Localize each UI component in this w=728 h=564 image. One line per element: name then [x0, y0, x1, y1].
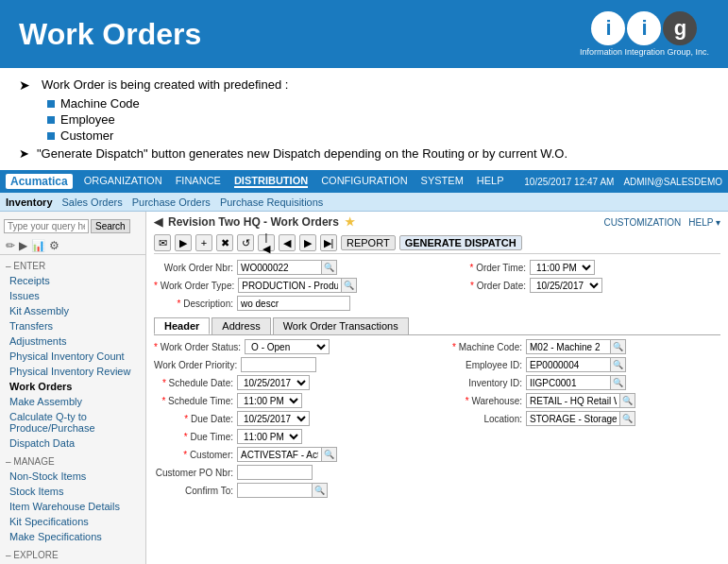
- customer-po-row: Customer PO Nbr:: [154, 465, 432, 480]
- nav-back-icon[interactable]: ◀: [154, 215, 162, 229]
- schedule-date-select[interactable]: 10/25/2017: [237, 375, 310, 390]
- sidebar-item-make-specs[interactable]: Make Specifications: [0, 529, 145, 544]
- sidebar-item-dispatch-data[interactable]: Dispatch Data: [0, 436, 145, 451]
- generate-dispatch-button[interactable]: GENERATE DISPATCH: [399, 235, 522, 250]
- work-order-type-input[interactable]: [238, 278, 342, 293]
- prev-button[interactable]: ◀: [279, 234, 296, 251]
- refresh-button[interactable]: ↺: [237, 234, 254, 251]
- location-input[interactable]: [526, 411, 620, 426]
- inventory-id-row: Inventory ID: 🔍: [443, 375, 720, 390]
- tab-purchase-orders[interactable]: Purchase Orders: [132, 197, 211, 208]
- tab-sales-orders[interactable]: Sales Orders: [62, 197, 123, 208]
- nav-system[interactable]: SYSTEM: [421, 175, 464, 188]
- bullet-sub-text-3: Customer: [60, 128, 113, 143]
- search-input[interactable]: [4, 219, 89, 233]
- work-order-type-input-group: 🔍: [238, 278, 357, 293]
- work-order-priority-row: Work Order Priority:: [154, 357, 432, 372]
- play-button[interactable]: ▶: [175, 234, 192, 251]
- bullet-sub-text-1: Machine Code: [60, 96, 140, 111]
- work-order-status-select[interactable]: O - Open: [245, 339, 330, 354]
- sidebar-item-work-orders[interactable]: Work Orders: [0, 379, 145, 394]
- favorite-icon[interactable]: ★: [345, 215, 355, 229]
- location-row: Location: 🔍: [443, 411, 720, 426]
- work-order-nbr-input[interactable]: [237, 260, 322, 275]
- report-button[interactable]: REPORT: [341, 235, 396, 250]
- sidebar-item-issues[interactable]: Issues: [0, 288, 145, 303]
- customer-po-input[interactable]: [237, 465, 313, 480]
- sidebar-item-stock[interactable]: Stock Items: [0, 484, 145, 499]
- sidebar-item-make-assembly[interactable]: Make Assembly: [0, 394, 145, 409]
- delete-button[interactable]: ✖: [216, 234, 233, 251]
- work-order-nbr-search-icon[interactable]: 🔍: [322, 260, 337, 275]
- add-button[interactable]: +: [195, 234, 212, 251]
- order-date-select[interactable]: 10/25/2017: [530, 278, 602, 293]
- schedule-date-row: Schedule Date: 10/25/2017: [154, 375, 432, 390]
- last-button[interactable]: ▶|: [320, 234, 337, 251]
- nav-distribution[interactable]: DISTRIBUTION: [234, 175, 308, 188]
- warehouse-input[interactable]: [526, 393, 620, 408]
- inventory-id-input[interactable]: [526, 375, 611, 390]
- section-manage-label: – MANAGE: [0, 454, 145, 469]
- due-time-select[interactable]: 11:00 PM: [237, 429, 302, 444]
- due-date-select[interactable]: 10/25/2017: [237, 411, 310, 426]
- customer-search-icon[interactable]: 🔍: [322, 447, 337, 462]
- work-order-priority-input[interactable]: [241, 357, 316, 372]
- gear-icon[interactable]: ⚙: [49, 239, 59, 252]
- inventory-id-search-icon[interactable]: 🔍: [611, 375, 626, 390]
- employee-id-input[interactable]: [526, 357, 611, 372]
- first-button[interactable]: |◀: [258, 234, 275, 251]
- tab-address[interactable]: Address: [212, 317, 270, 334]
- tab-work-order-transactions[interactable]: Work Order Transactions: [273, 317, 409, 334]
- play-icon[interactable]: ▶: [19, 239, 27, 252]
- tab-purchase-requisitions[interactable]: Purchase Requisitions: [220, 197, 323, 208]
- confirm-to-search-icon[interactable]: 🔍: [313, 483, 328, 498]
- customer-row: Customer: 🔍: [154, 447, 432, 462]
- warehouse-search-icon[interactable]: 🔍: [620, 393, 635, 408]
- schedule-time-label: Schedule Time:: [154, 396, 237, 406]
- sidebar-item-non-stock[interactable]: Non-Stock Items: [0, 469, 145, 484]
- machine-code-search-icon[interactable]: 🔍: [611, 339, 626, 354]
- location-search-icon[interactable]: 🔍: [620, 411, 635, 426]
- machine-code-input[interactable]: [526, 339, 611, 354]
- sidebar-item-warehouse-details[interactable]: Item Warehouse Details: [0, 499, 145, 514]
- sidebar-item-physical-count[interactable]: Physical Inventory Count: [0, 349, 145, 364]
- customization-link[interactable]: CUSTOMIZATION: [603, 217, 681, 228]
- sidebar-item-physical-review[interactable]: Physical Inventory Review: [0, 364, 145, 379]
- search-button[interactable]: Search: [91, 219, 130, 233]
- logo-i1: i: [591, 11, 625, 45]
- bullet-sub-customer: Customer: [47, 128, 709, 143]
- nav-organization[interactable]: ORGANIZATION: [84, 175, 162, 188]
- employee-id-search-icon[interactable]: 🔍: [611, 357, 626, 372]
- work-order-status-row: Work Order Status: O - Open: [154, 339, 432, 354]
- tab-inventory[interactable]: Inventory: [6, 197, 53, 208]
- inventory-id-label: Inventory ID:: [443, 378, 526, 388]
- bullet-sub-text-2: Employee: [60, 112, 115, 127]
- sidebar-item-transfers[interactable]: Transfers: [0, 318, 145, 333]
- next-button[interactable]: ▶: [299, 234, 316, 251]
- page-title: Work Orders: [19, 17, 201, 52]
- sidebar-item-adjustments[interactable]: Adjustments: [0, 333, 145, 349]
- confirm-to-input[interactable]: [237, 483, 313, 498]
- work-order-nbr-label: Work Order Nbr:: [154, 263, 237, 273]
- tab-header[interactable]: Header: [154, 317, 210, 334]
- bullet-text-1: Work Order is being created with predefi…: [42, 77, 288, 92]
- sidebar-item-kit-assembly[interactable]: Kit Assembly: [0, 303, 145, 318]
- order-time-select[interactable]: 11:00 PM: [530, 260, 595, 275]
- sidebar-item-calculate[interactable]: Calculate Q-ty to Produce/Purchase: [0, 409, 145, 436]
- work-order-type-search-icon[interactable]: 🔍: [342, 278, 357, 293]
- sidebar-item-receipts[interactable]: Receipts: [0, 273, 145, 288]
- machine-code-label: Machine Code:: [443, 342, 526, 352]
- nav-help[interactable]: HELP: [477, 175, 504, 188]
- nav-finance[interactable]: FINANCE: [176, 175, 221, 188]
- sidebar-item-kit-specs[interactable]: Kit Specifications: [0, 514, 145, 529]
- schedule-time-select[interactable]: 11:00 PM: [237, 393, 302, 408]
- customer-input[interactable]: [237, 447, 322, 462]
- help-link[interactable]: HELP ▾: [688, 217, 720, 228]
- chart-icon[interactable]: 📊: [31, 239, 45, 252]
- description-input[interactable]: [237, 296, 350, 311]
- email-button[interactable]: ✉: [154, 234, 171, 251]
- nav-configuration[interactable]: CONFIGURATION: [321, 175, 407, 188]
- logo-tagline: Information Integration Group, Inc.: [580, 47, 709, 57]
- order-date-label: Order Date:: [447, 281, 530, 291]
- pencil-icon[interactable]: ✏: [6, 239, 15, 252]
